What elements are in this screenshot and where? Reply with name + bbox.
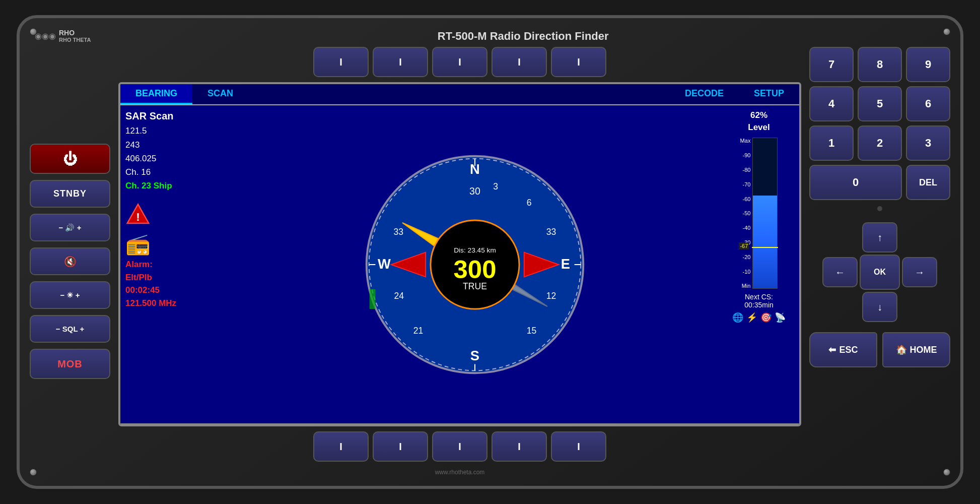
power-button[interactable]: ⏻ <box>30 144 110 174</box>
soft-btn-repeat[interactable]: Repeat <box>460 424 573 426</box>
dpad-ok[interactable]: OK <box>860 255 900 290</box>
screen-right: 62% Level Max -90 -80 -70 -60 -50 <box>719 105 799 423</box>
svg-text:300: 300 <box>454 255 497 284</box>
status-icons: 🌐 ⚡ 🎯 📡 <box>732 312 786 323</box>
svg-text:TRUE: TRUE <box>463 281 487 291</box>
svg-text:6: 6 <box>527 197 532 207</box>
compass-svg: N E S W 30 3 6 33 12 1 <box>362 151 588 378</box>
center-panel: I I I I I BEARING SCAN DECODE SETUP <box>118 47 801 476</box>
num-1[interactable]: 1 <box>809 125 854 161</box>
tab-scan[interactable]: SCAN <box>192 84 248 104</box>
gps-icon: 🎯 <box>760 312 772 323</box>
svg-text:21: 21 <box>413 326 424 336</box>
svg-text:24: 24 <box>394 291 404 301</box>
signal-marker <box>752 247 778 248</box>
svg-text:S: S <box>470 348 479 363</box>
home-button[interactable]: 🏠 HOME <box>882 332 950 367</box>
website: www.rhotheta.com <box>118 469 801 476</box>
num-5[interactable]: 5 <box>858 86 902 121</box>
volume-button[interactable]: − 🔊 + <box>30 214 110 241</box>
fn-btn-5[interactable]: I <box>551 47 606 77</box>
bottom-fn-btn-2[interactable]: I <box>373 431 428 462</box>
bottom-fn-btn-1[interactable]: I <box>313 431 369 462</box>
mob-button[interactable]: MOB <box>30 349 110 379</box>
esc-button[interactable]: ⬅ ESC <box>809 332 877 367</box>
mute-button[interactable]: 🔇 <box>30 247 110 275</box>
signal-icon: 📡 <box>775 312 786 323</box>
logo-icon: ◉◉◉ <box>35 31 56 41</box>
signal-label: Level <box>748 122 769 133</box>
num-0[interactable]: 0 <box>809 165 902 200</box>
brightness-button[interactable]: − ☀ + <box>30 281 110 309</box>
soft-btn-freq[interactable]: Freq.Ch. <box>120 424 234 426</box>
freq-item-5: Ch. 23 Ship <box>125 179 226 193</box>
device-body: ⏻ STNBY − 🔊 + 🔇 − ☀ + − SQL + MOB <box>30 47 950 476</box>
frequency-list: 121.5 243 406.025 Ch. 16 Ch. 23 Ship <box>125 124 226 193</box>
screen-bottom-buttons: Freq.Ch. Memory Ch. 16 Repeat Clr Autose… <box>120 423 799 426</box>
dpad-left[interactable]: ← <box>822 257 858 287</box>
soft-btn-autoset[interactable]: Autoset SQL <box>686 424 799 426</box>
fn-btn-1[interactable]: I <box>313 47 369 77</box>
svg-text:E: E <box>561 256 570 272</box>
mute-icon: 🔇 <box>64 256 77 268</box>
num-7[interactable]: 7 <box>809 47 854 82</box>
alarm-text: Alarm: Elt/Plb 00:02:45 121.500 MHz <box>125 258 226 309</box>
bottom-nav: ⬅ ESC 🏠 HOME <box>809 332 950 367</box>
freq-item-1: 121.5 <box>125 124 226 138</box>
signal-percent: 62% <box>750 110 767 120</box>
signal-bar: -67 <box>752 138 778 289</box>
top-bar: ◉◉◉ RHORHO THETA RT-500-M Radio Directio… <box>30 28 950 47</box>
signal-fill <box>753 196 777 289</box>
volume-icon: − 🔊 + <box>59 223 82 232</box>
dpad: ↑ ← OK → <box>809 222 950 322</box>
screw-br <box>943 469 950 476</box>
svg-text:30: 30 <box>469 185 480 197</box>
num-2[interactable]: 2 <box>858 125 902 161</box>
soft-btn-clr[interactable]: Clr <box>573 424 686 426</box>
alarm-section: ! 📻 Alarm: Elt/Plb 00:02:45 121.500 MHz <box>125 203 226 309</box>
svg-text:33: 33 <box>546 227 556 237</box>
fn-btn-4[interactable]: I <box>492 47 547 77</box>
svg-rect-29 <box>370 289 376 309</box>
screen-content: SAR Scan 121.5 243 406.025 Ch. 16 Ch. 23… <box>120 105 799 423</box>
logo-area: ◉◉◉ RHORHO THETA <box>35 29 91 43</box>
screw-tl <box>30 28 37 35</box>
num-6[interactable]: 6 <box>906 86 950 121</box>
bottom-fn-btn-3[interactable]: I <box>432 431 487 462</box>
esc-arrow-icon: ⬅ <box>828 344 836 355</box>
bottom-function-buttons: I I I I I <box>118 431 801 462</box>
standby-button[interactable]: STNBY <box>30 180 110 208</box>
alarm-radio-icon: 📻 <box>125 232 226 256</box>
compass-area: N E S W 30 3 6 33 12 1 <box>231 105 719 423</box>
warning-triangle-icon: ! <box>125 203 151 225</box>
fn-btn-3[interactable]: I <box>432 47 487 77</box>
tab-bearing[interactable]: BEARING <box>120 84 192 104</box>
num-3[interactable]: 3 <box>906 125 950 161</box>
signal-scale: Max -90 -80 -70 -60 -50 -40 -30 -20 -10 <box>740 138 751 289</box>
soft-btn-memory[interactable]: Memory <box>234 424 347 426</box>
svg-text:!: ! <box>136 210 140 223</box>
screw-tr <box>943 28 950 35</box>
numpad: 7 8 9 4 5 6 1 2 3 0 DEL <box>809 47 950 200</box>
scan-title: SAR Scan <box>125 110 226 122</box>
right-panel: 7 8 9 4 5 6 1 2 3 0 DEL ↑ <box>809 47 950 476</box>
svg-text:12: 12 <box>546 291 556 301</box>
tab-decode[interactable]: DECODE <box>670 84 739 104</box>
dpad-down[interactable]: ↓ <box>862 292 897 322</box>
bottom-fn-btn-5[interactable]: I <box>551 431 606 462</box>
num-8[interactable]: 8 <box>858 47 902 82</box>
tab-setup[interactable]: SETUP <box>739 84 799 104</box>
num-9[interactable]: 9 <box>906 47 950 82</box>
num-4[interactable]: 4 <box>809 86 854 121</box>
bottom-fn-btn-4[interactable]: I <box>492 431 547 462</box>
soft-btn-ch16[interactable]: Ch. 16 <box>347 424 460 426</box>
sql-button[interactable]: − SQL + <box>30 315 110 343</box>
device: ◉◉◉ RHORHO THETA RT-500-M Radio Directio… <box>17 15 963 489</box>
freq-item-2: 243 <box>125 138 226 152</box>
fn-btn-2[interactable]: I <box>373 47 428 77</box>
svg-text:3: 3 <box>493 181 498 192</box>
dpad-up[interactable]: ↑ <box>862 222 897 253</box>
compass-container: N E S W 30 3 6 33 12 1 <box>362 151 588 378</box>
del-button[interactable]: DEL <box>906 165 950 200</box>
dpad-right[interactable]: → <box>902 257 937 287</box>
